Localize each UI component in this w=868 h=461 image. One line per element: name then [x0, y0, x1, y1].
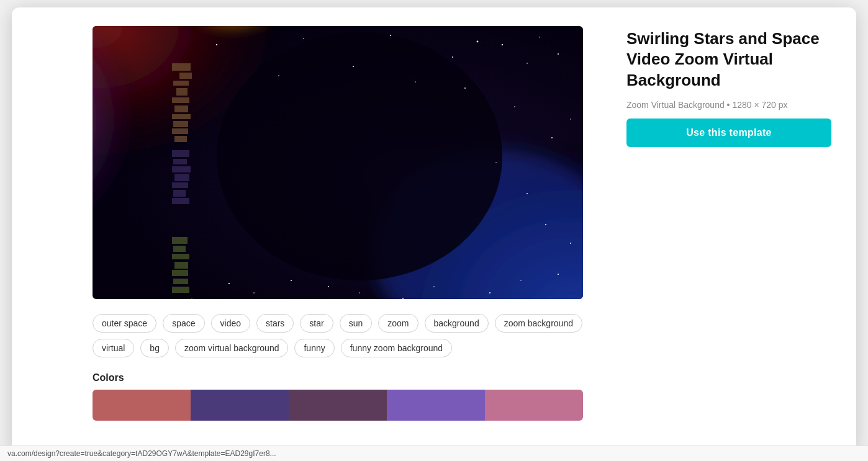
left-panel: outer spacespacevideostarsstarsunzoombac…: [93, 26, 602, 421]
statusbar-url: va.com/design?create=true&category=tAD29…: [7, 449, 276, 458]
tag[interactable]: virtual: [93, 339, 134, 357]
svg-point-33: [390, 35, 391, 36]
svg-rect-15: [172, 128, 188, 134]
tag[interactable]: video: [211, 314, 250, 333]
color-swatch: [289, 390, 387, 421]
svg-point-45: [570, 243, 571, 244]
svg-rect-28: [172, 270, 188, 276]
svg-point-62: [551, 137, 553, 138]
svg-point-64: [527, 193, 528, 194]
svg-point-55: [228, 282, 230, 284]
svg-rect-7: [172, 63, 191, 71]
svg-point-38: [502, 43, 503, 45]
svg-point-58: [353, 66, 354, 67]
color-swatch: [485, 390, 583, 421]
statusbar: va.com/design?create=true&category=tAD29…: [0, 445, 868, 461]
svg-point-65: [545, 224, 546, 225]
svg-rect-9: [173, 81, 189, 86]
color-swatch: [93, 390, 191, 421]
svg-point-35: [539, 37, 540, 37]
svg-rect-10: [176, 88, 188, 96]
tag[interactable]: zoom: [378, 314, 418, 333]
svg-rect-17: [172, 150, 189, 157]
template-meta: Zoom Virtual Background • 1280 × 720 px: [626, 100, 831, 110]
tag[interactable]: sun: [340, 314, 373, 333]
svg-point-32: [303, 38, 304, 39]
color-swatch: [387, 390, 485, 421]
svg-rect-20: [174, 174, 189, 181]
svg-point-31: [216, 43, 217, 45]
template-title: Swirling Stars and Space Video Zoom Virt…: [626, 29, 831, 91]
right-panel: Swirling Stars and Space Video Zoom Virt…: [626, 26, 831, 147]
svg-point-63: [495, 162, 496, 163]
svg-point-51: [359, 292, 359, 293]
tag[interactable]: background: [425, 314, 489, 333]
svg-rect-19: [172, 166, 191, 172]
tag[interactable]: funny zoom background: [341, 339, 452, 357]
svg-rect-16: [174, 136, 187, 142]
svg-rect-25: [173, 246, 186, 252]
preview-image: [93, 26, 583, 299]
svg-point-59: [415, 81, 415, 82]
colors-label: Colors: [93, 372, 602, 383]
svg-rect-18: [173, 159, 187, 164]
svg-point-39: [452, 56, 453, 58]
svg-point-57: [278, 75, 279, 76]
svg-rect-30: [172, 287, 189, 293]
color-swatch: [191, 390, 289, 421]
svg-rect-13: [172, 114, 191, 119]
use-template-button[interactable]: Use this template: [626, 119, 831, 147]
svg-rect-29: [173, 279, 188, 284]
svg-rect-14: [173, 121, 188, 127]
colors-section: Colors: [93, 372, 602, 421]
svg-point-54: [253, 292, 255, 293]
svg-point-34: [477, 40, 479, 42]
svg-point-6: [217, 32, 502, 280]
svg-rect-27: [174, 262, 188, 269]
svg-point-52: [328, 286, 329, 287]
tag[interactable]: zoom virtual background: [175, 339, 289, 357]
svg-rect-22: [173, 190, 186, 197]
tag[interactable]: outer space: [93, 314, 156, 333]
svg-rect-11: [172, 97, 189, 103]
svg-rect-21: [172, 182, 188, 188]
svg-rect-26: [172, 254, 189, 259]
svg-point-37: [527, 63, 528, 64]
svg-rect-8: [179, 73, 192, 79]
svg-point-48: [489, 292, 491, 293]
svg-point-47: [520, 280, 521, 280]
tag[interactable]: bg: [140, 339, 169, 357]
svg-point-49: [433, 286, 435, 287]
tag[interactable]: space: [163, 314, 204, 333]
svg-point-41: [570, 119, 571, 119]
svg-point-61: [514, 106, 515, 107]
tags-section: outer spacespacevideostarsstarsunzoombac…: [93, 314, 602, 357]
svg-point-60: [464, 87, 466, 89]
svg-point-53: [291, 280, 292, 281]
svg-rect-12: [174, 105, 188, 112]
tag[interactable]: star: [300, 314, 333, 333]
svg-rect-23: [172, 198, 189, 204]
svg-rect-24: [172, 237, 188, 244]
tag[interactable]: funny: [294, 339, 334, 357]
tag[interactable]: zoom background: [495, 314, 582, 333]
svg-point-46: [558, 273, 559, 274]
content-area: outer spacespacevideostarsstarsunzoombac…: [93, 26, 831, 421]
tag[interactable]: stars: [256, 314, 294, 333]
svg-point-36: [558, 53, 559, 55]
color-swatches: [93, 390, 583, 421]
template-modal: outer spacespacevideostarsstarsunzoombac…: [12, 7, 856, 454]
